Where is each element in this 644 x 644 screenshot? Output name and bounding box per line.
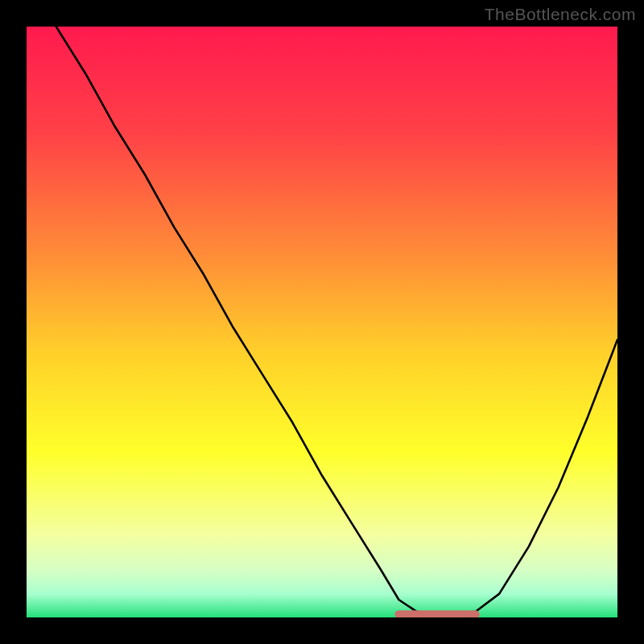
plot-area <box>27 27 617 617</box>
chart-frame: TheBottleneck.com <box>0 0 644 644</box>
gradient-backdrop <box>27 27 617 617</box>
chart-svg <box>27 27 617 617</box>
watermark-text: TheBottleneck.com <box>485 5 636 24</box>
